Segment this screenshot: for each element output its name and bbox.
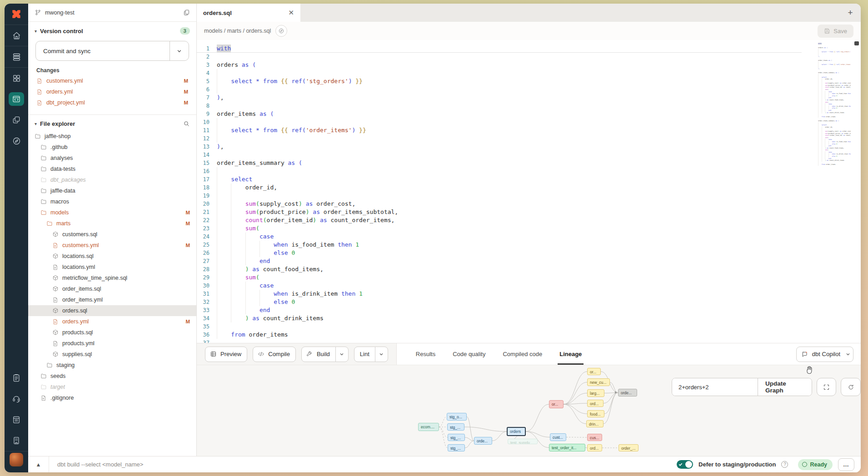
tree-item-data-tests[interactable]: data-tests	[28, 164, 196, 174]
apps-grid-icon[interactable]	[5, 68, 28, 89]
tree-item-marts[interactable]: martsM	[28, 218, 196, 229]
tree-item-.gitignore[interactable]: .gitignore	[28, 392, 196, 403]
minimap[interactable]: withorders as ( select * from {{ ref('st…	[815, 43, 851, 343]
dbt-logo-icon[interactable]	[5, 4, 28, 25]
code-line-15[interactable]: 15order_items_summary as (	[197, 159, 802, 167]
close-icon[interactable]: ✕	[288, 9, 294, 17]
lineage-node-or[interactable]: or...	[549, 400, 564, 408]
code-line-16[interactable]: 16	[197, 167, 802, 175]
code-line-23[interactable]: 23 sum(	[197, 224, 802, 233]
commit-and-sync-button[interactable]: Commit and sync	[35, 41, 189, 61]
code-line-25[interactable]: 25 when is_food_item then 1	[197, 241, 802, 249]
explore-orbit-icon[interactable]	[5, 130, 28, 151]
code-line-27[interactable]: 27 end	[197, 257, 802, 265]
tree-item-order_items.yml[interactable]: order_items.yml	[28, 294, 196, 305]
tree-item-orders.sql[interactable]: orders.sql	[28, 305, 196, 316]
lineage-node-cust[interactable]: cust...	[550, 433, 566, 441]
build-options-caret[interactable]	[335, 347, 348, 362]
tree-item-jaffle-data[interactable]: jaffle-data	[28, 185, 196, 196]
lineage-node-test_supply[interactable]: test_supply...	[508, 439, 538, 444]
compile-button[interactable]: Compile	[253, 347, 296, 362]
code-line-28[interactable]: 28 ) as count_food_items,	[197, 265, 802, 273]
code-line-24[interactable]: 24 case	[197, 233, 802, 241]
scrollbar-thumb[interactable]	[854, 41, 859, 45]
lineage-node-orde[interactable]: orde...	[618, 389, 637, 397]
new-tab-button[interactable]: +	[840, 4, 861, 22]
refresh-button[interactable]	[841, 378, 861, 396]
tree-item-macros[interactable]: macros	[28, 196, 196, 207]
lineage-node-larg[interactable]: larg...	[587, 389, 604, 397]
lineage-node-stg_[interactable]: stg_...	[448, 444, 465, 451]
lineage-node-order_[interactable]: order_...	[619, 444, 639, 451]
docs-icon[interactable]	[5, 409, 28, 430]
code-lines[interactable]: 1with23orders as (4 5 select * from {{ r…	[197, 45, 802, 343]
lineage-node-stg_[interactable]: stg_...	[447, 423, 464, 431]
file-explorer-header[interactable]: ▾ File explorer	[28, 115, 196, 131]
lineage-node-ord[interactable]: ord...	[587, 444, 602, 451]
code-line-5[interactable]: 5 select * from {{ ref('stg_orders') }}	[197, 77, 802, 85]
lineage-node-food[interactable]: food...	[587, 410, 604, 417]
code-line-1[interactable]: 1with	[197, 45, 802, 53]
lineage-node-stg_o[interactable]: stg_o...	[447, 413, 467, 421]
code-line-33[interactable]: 33 end	[197, 306, 802, 314]
lineage-node-ecom[interactable]: ecom....	[418, 423, 439, 431]
code-line-30[interactable]: 30 case	[197, 282, 802, 290]
code-line-29[interactable]: 29 sum(	[197, 273, 802, 282]
version-control-header[interactable]: ▾ Version control 3	[28, 22, 196, 38]
save-button[interactable]: Save	[818, 25, 853, 38]
tree-item-customers.yml[interactable]: customers.ymlM	[28, 240, 196, 251]
lineage-selector-input[interactable]	[672, 378, 758, 396]
lint-button[interactable]: Lint	[354, 347, 388, 362]
tree-item-supplies.sql[interactable]: supplies.sql	[28, 349, 196, 360]
tree-item-orders.yml[interactable]: orders.ymlM	[28, 316, 196, 327]
tree-item-.github[interactable]: .github	[28, 142, 196, 153]
code-line-8[interactable]: 8	[197, 102, 802, 110]
code-line-36[interactable]: 36 from order_items	[197, 331, 802, 339]
changed-file-dbt_project.yml[interactable]: dbt_project.ymlM	[28, 97, 196, 108]
lineage-node-stg_[interactable]: stg_...	[448, 434, 465, 441]
copy-pages-icon[interactable]	[183, 9, 190, 16]
user-avatar[interactable]	[10, 453, 23, 466]
lineage-panel[interactable]: ecom....stg_o...stg_...stg_...stg_...ord…	[197, 365, 861, 456]
lineage-node-test_order_it[interactable]: test_order_it...	[549, 444, 585, 451]
code-line-19[interactable]: 19	[197, 192, 802, 200]
code-line-20[interactable]: 20 sum(supply_cost) as order_cost,	[197, 200, 802, 208]
copilot-caret[interactable]	[843, 347, 853, 362]
code-line-22[interactable]: 22 count(order_item_id) as count_order_i…	[197, 216, 802, 224]
tree-item-target[interactable]: target	[28, 382, 196, 392]
code-line-6[interactable]: 6	[197, 85, 802, 94]
tree-item-locations.sql[interactable]: locations.sql	[28, 251, 196, 262]
tree-item-seeds[interactable]: seeds	[28, 371, 196, 382]
defer-toggle[interactable]	[677, 460, 693, 469]
organization-icon[interactable]	[5, 430, 28, 451]
search-icon[interactable]	[183, 120, 190, 127]
view-lineage-button[interactable]	[275, 25, 287, 37]
more-options-button[interactable]: …	[838, 458, 854, 471]
dbt-copilot-button[interactable]: dbt Copilot	[796, 347, 853, 362]
code-line-34[interactable]: 34 ) as count_drink_items	[197, 314, 802, 322]
tab-compiled-code[interactable]: Compiled code	[503, 343, 542, 365]
tree-item-analyses[interactable]: analyses	[28, 153, 196, 164]
tab-code-quality[interactable]: Code quality	[453, 343, 485, 365]
code-line-14[interactable]: 14	[197, 151, 802, 159]
code-line-35[interactable]: 35	[197, 322, 802, 331]
support-headset-icon[interactable]	[5, 388, 28, 409]
build-button[interactable]: Build	[301, 347, 349, 362]
home-icon[interactable]	[5, 25, 28, 46]
fullscreen-button[interactable]	[817, 378, 837, 396]
code-line-9[interactable]: 9order_items as (	[197, 110, 802, 118]
lineage-node-orde[interactable]: orde...	[474, 437, 492, 445]
code-line-7[interactable]: 7),	[197, 94, 802, 102]
lineage-node-ord[interactable]: ord...	[587, 400, 604, 407]
code-line-10[interactable]: 10	[197, 118, 802, 126]
code-line-4[interactable]: 4	[197, 69, 802, 77]
code-line-31[interactable]: 31 when is_drink_item then 1	[197, 290, 802, 298]
lineage-node-orders[interactable]: orders	[507, 427, 526, 436]
environments-icon[interactable]	[5, 46, 28, 67]
command-input[interactable]: dbt build --select <model_name>	[57, 461, 143, 468]
lineage-node-cus[interactable]: cus...	[587, 434, 602, 441]
tree-item-dbt_packages[interactable]: dbt_packages	[28, 174, 196, 185]
tree-item-locations.yml[interactable]: locations.yml	[28, 262, 196, 273]
code-editor[interactable]: 1with23orders as (4 5 select * from {{ r…	[197, 40, 861, 343]
tab-results[interactable]: Results	[416, 343, 435, 365]
